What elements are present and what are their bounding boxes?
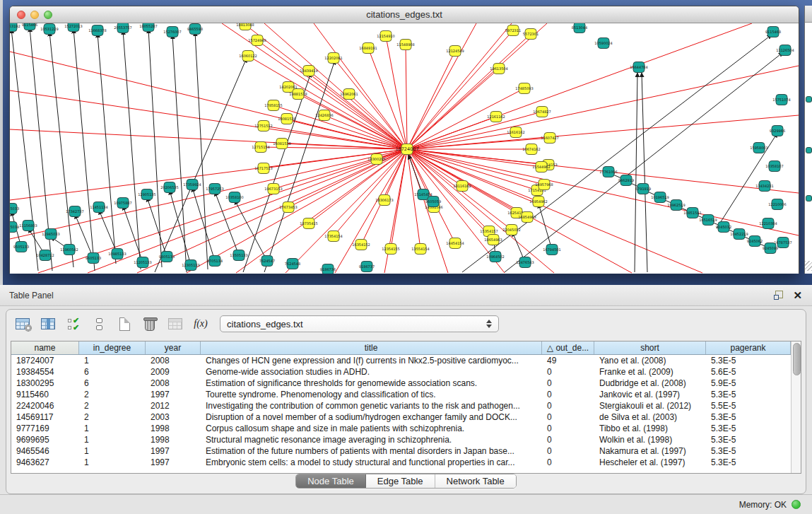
graph-node[interactable]: 16794501 <box>543 245 560 255</box>
graph-node[interactable]: 12905135 <box>138 189 155 200</box>
graph-node[interactable]: 15954962 <box>529 197 547 207</box>
column-header-out_degree[interactable]: △ out_de... <box>542 341 594 354</box>
graph-node[interactable]: 10590024 <box>594 38 612 49</box>
table-row[interactable]: 1938455462009Genome-wide association stu… <box>11 366 791 378</box>
graph-node[interactable]: 15751074 <box>772 95 790 105</box>
graph-node[interactable]: 17485093 <box>515 83 533 94</box>
graph-node[interactable]: 15276007 <box>163 27 181 37</box>
graph-node[interactable]: 9245062 <box>747 236 763 247</box>
graph-node[interactable]: 11548908 <box>396 40 414 50</box>
graph-node[interactable]: 10674827 <box>533 107 551 117</box>
graph-node[interactable]: 20853192 <box>10 23 20 32</box>
graph-node[interactable]: 19673153 <box>264 184 282 194</box>
graph-node[interactable]: 18735415 <box>300 218 317 229</box>
graph-node[interactable]: 12154910 <box>377 31 394 42</box>
graph-node[interactable]: 16717513 <box>254 163 272 174</box>
graph-node[interactable]: 13554154 <box>411 244 429 255</box>
graph-node[interactable]: 22045012 <box>502 225 520 235</box>
graph-node[interactable]: 10674162 <box>522 144 540 155</box>
graph-node[interactable]: 11668378 <box>88 25 106 36</box>
graph-node[interactable]: 11451134 <box>90 202 107 213</box>
tab-edge-table[interactable]: Edge Table <box>366 474 435 488</box>
graph-node[interactable]: 12945033 <box>42 229 59 240</box>
graph-node[interactable]: 17359924 <box>183 180 201 190</box>
table-row[interactable]: 946362711997Embryonic stem cells: a mode… <box>11 457 791 468</box>
graph-node[interactable]: 10358107 <box>765 161 783 172</box>
graph-node[interactable]: 12305133 <box>182 260 199 271</box>
graph-node[interactable]: 9605133 <box>86 253 101 264</box>
resize-grip-icon[interactable] <box>805 261 812 271</box>
table-row[interactable]: 1830029562008Estimation of significance … <box>11 378 791 389</box>
table-row[interactable]: 2242004622012Investigating the contribut… <box>11 400 791 411</box>
table-row[interactable]: 1872400712008Changes of HCN gene express… <box>11 355 791 366</box>
tab-network-table[interactable]: Network Table <box>435 474 516 488</box>
graph-node[interactable]: 9186736 <box>320 264 336 274</box>
graph-node[interactable]: 17354154 <box>324 231 342 242</box>
graph-node[interactable]: 9329966 <box>770 126 785 136</box>
float-panel-icon[interactable] <box>774 291 783 300</box>
graph-node[interactable]: 5572301 <box>523 29 539 40</box>
graph-node[interactable]: 15724948 <box>248 35 266 46</box>
show-columns-icon[interactable] <box>39 315 57 333</box>
graph-node[interactable]: 17342737 <box>66 206 83 217</box>
graph-node[interactable]: 9505133 <box>13 242 29 252</box>
graph-node[interactable]: 7624548 <box>285 259 300 269</box>
column-header-title[interactable]: title <box>201 341 542 354</box>
graph-node[interactable]: 9605059 <box>425 197 441 207</box>
vertical-scrollbar[interactable] <box>791 341 801 473</box>
graph-node[interactable]: 12161162 <box>487 112 505 122</box>
graph-node[interactable]: 15272013 <box>64 23 82 32</box>
graph-node[interactable]: 17957253 <box>206 184 223 194</box>
graph-node[interactable]: 16644784 <box>630 62 647 73</box>
graph-node[interactable]: 9115468 <box>765 27 781 37</box>
graph-node[interactable]: 9465598 <box>187 24 203 35</box>
graph-node[interactable]: 17673453 <box>279 202 297 213</box>
graph-node[interactable]: 11126504 <box>776 45 794 56</box>
graph-node[interactable]: 14454154 <box>446 238 464 249</box>
graph-node[interactable]: 9245099 <box>763 243 778 254</box>
delete-column-icon[interactable] <box>141 315 159 333</box>
graph-node[interactable]: 6791919 <box>635 184 651 194</box>
function-builder-icon[interactable]: f(x) <box>192 315 210 333</box>
graph-node[interactable]: 13116162 <box>453 181 471 192</box>
graph-node[interactable]: 9705134 <box>207 256 223 267</box>
table-row[interactable]: 969969511998Structural magnetic resonanc… <box>11 434 791 445</box>
graph-node[interactable]: 5972311 <box>505 25 521 36</box>
zoom-window-icon[interactable] <box>44 11 52 19</box>
window-titlebar[interactable]: citations_edges.txt <box>10 6 799 23</box>
table-selector-dropdown[interactable]: citations_edges.txt <box>220 315 499 332</box>
graph-node[interactable]: 18306173 <box>375 195 393 206</box>
graph-node[interactable]: 12715154 <box>252 142 269 153</box>
graph-node[interactable]: 9462919 <box>618 175 634 186</box>
minimize-window-icon[interactable] <box>30 11 39 19</box>
graph-node[interactable]: 20553757 <box>114 23 131 33</box>
graph-node[interactable]: 18081538 <box>278 114 295 124</box>
graph-node[interactable]: 9915034 <box>10 222 19 233</box>
network-canvas[interactable]: 1154890816849191122020611843941414202061… <box>10 23 799 274</box>
network-view-window[interactable]: citations_edges.txt 11548908168491911220… <box>9 6 799 274</box>
table-row[interactable]: 946554611997Estimation of the future num… <box>11 445 791 457</box>
graph-node[interactable]: 7624547 <box>259 256 275 267</box>
create-column-icon[interactable] <box>115 315 134 333</box>
graph-node[interactable]: 9915033 <box>10 204 19 214</box>
graph-node[interactable]: 12124549 <box>446 46 464 57</box>
graph-node[interactable]: 16849191 <box>359 43 377 54</box>
graph-node[interactable]: 10531229 <box>40 24 58 35</box>
graph-node[interactable]: 12210006 <box>768 199 786 210</box>
close-panel-icon[interactable]: ✕ <box>793 291 802 300</box>
table-row[interactable]: 977716911998Corpus callosum shape and si… <box>11 423 791 434</box>
graph-node[interactable]: 12202061 <box>324 53 342 64</box>
graph-node[interactable]: 12751512 <box>254 121 272 132</box>
graph-node[interactable]: 9245032 <box>716 222 731 233</box>
graph-node[interactable]: 12476543 <box>516 257 534 268</box>
graph-node[interactable]: 10985133 <box>108 249 126 259</box>
graph-node[interactable]: 10975887 <box>114 198 131 209</box>
graph-node[interactable]: 11616162 <box>507 127 524 138</box>
graph-node[interactable]: 18055287 <box>139 23 157 32</box>
column-select-icon[interactable]: ✔ ✔ <box>64 315 83 333</box>
graph-node[interactable]: 10358100 <box>225 192 243 203</box>
graph-node[interactable]: 11205133 <box>134 257 151 268</box>
graph-node[interactable]: 9115466 <box>22 23 37 30</box>
graph-node[interactable]: 12354155 <box>382 244 399 255</box>
citation-network-graph[interactable]: 1154890816849191122020611843941414202061… <box>10 23 799 274</box>
